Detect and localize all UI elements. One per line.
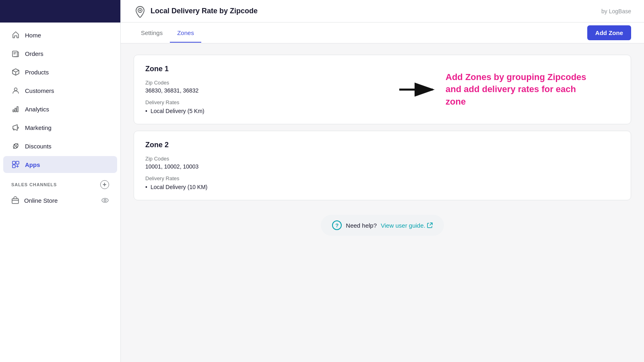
arrow-icon — [397, 81, 438, 97]
discounts-icon — [11, 142, 20, 150]
svg-rect-10 — [12, 165, 15, 168]
external-link-icon — [427, 222, 433, 228]
app-icon — [134, 5, 147, 18]
customers-icon — [11, 86, 20, 95]
app-title: Local Delivery Rate by Zipcode — [151, 7, 258, 15]
svg-point-2 — [14, 88, 17, 91]
online-store-icon — [11, 196, 19, 204]
svg-rect-4 — [15, 108, 16, 112]
tab-settings[interactable]: Settings — [134, 24, 170, 43]
sidebar: Home Orders Products Customers — [0, 0, 121, 362]
sidebar-item-marketing-label: Marketing — [25, 124, 52, 131]
sidebar-item-home[interactable]: Home — [3, 27, 117, 43]
svg-rect-9 — [16, 161, 19, 164]
main-area: Local Delivery Rate by Zipcode by LogBas… — [121, 0, 644, 362]
online-store-label: Online Store — [24, 197, 58, 204]
orders-icon — [11, 49, 20, 58]
sidebar-item-products-label: Products — [25, 69, 49, 76]
svg-rect-11 — [12, 199, 19, 204]
sidebar-item-apps-label: Apps — [25, 161, 40, 168]
sidebar-item-orders[interactable]: Orders — [3, 45, 117, 62]
add-sales-channel-button[interactable]: + — [100, 180, 109, 189]
zone-2-card: Zone 2 Zip Codes 10001, 10002, 10003 Del… — [134, 131, 631, 200]
apps-icon — [11, 160, 20, 169]
zone-2-rate-1: Local Delivery (10 KM) — [145, 184, 619, 190]
svg-point-12 — [102, 198, 108, 202]
sidebar-item-marketing[interactable]: Marketing — [3, 119, 117, 136]
svg-rect-8 — [12, 161, 15, 164]
marketing-icon — [11, 123, 20, 132]
add-zone-button[interactable]: Add Zone — [587, 25, 631, 40]
zone1-callout: Add Zones by grouping Zipcodes and add d… — [397, 71, 599, 108]
sidebar-item-orders-label: Orders — [25, 50, 43, 57]
sidebar-item-apps[interactable]: Apps — [3, 156, 117, 173]
eye-icon[interactable] — [101, 196, 109, 204]
zone-2-zip-label: Zip Codes — [145, 156, 619, 162]
sidebar-item-discounts-label: Discounts — [25, 143, 52, 150]
callout-text: Add Zones by grouping Zipcodes and add d… — [446, 71, 599, 108]
zone-2-rates-label: Delivery Rates — [145, 175, 619, 181]
sidebar-item-customers[interactable]: Customers — [3, 82, 117, 99]
by-logbase: by LogBase — [601, 8, 631, 14]
home-icon — [11, 31, 20, 39]
sidebar-item-analytics-label: Analytics — [25, 106, 49, 113]
svg-rect-5 — [17, 107, 18, 112]
products-icon — [11, 68, 20, 76]
zone-2-title: Zone 2 — [145, 141, 619, 149]
tab-zones[interactable]: Zones — [170, 24, 201, 43]
help-bar: ? Need help? View user guide. — [134, 207, 631, 244]
view-user-guide-link[interactable]: View user guide. — [381, 222, 433, 229]
zone-1-rate-1: Local Delivery (5 Km) — [145, 108, 619, 114]
tabs: Settings Zones — [134, 24, 201, 42]
help-pill: ? Need help? View user guide. — [321, 215, 444, 236]
sidebar-item-discounts[interactable]: Discounts — [3, 138, 117, 154]
app-title-area: Local Delivery Rate by Zipcode — [134, 5, 601, 18]
help-text: Need help? — [346, 222, 377, 229]
main-header: Local Delivery Rate by Zipcode by LogBas… — [121, 0, 644, 23]
zone-1-card: Zone 1 Zip Codes 36830, 36831, 36832 Del… — [134, 55, 631, 124]
zone-2-zip-value: 10001, 10002, 10003 — [145, 163, 619, 170]
svg-point-13 — [104, 200, 106, 202]
sidebar-item-products[interactable]: Products — [3, 64, 117, 80]
help-icon: ? — [332, 220, 342, 230]
tabs-bar: Settings Zones Add Zone — [121, 23, 644, 43]
sidebar-item-customers-label: Customers — [25, 87, 54, 94]
main-content: Zone 1 Zip Codes 36830, 36831, 36832 Del… — [121, 43, 644, 362]
sidebar-item-online-store[interactable]: Online Store — [3, 192, 117, 208]
sales-channels-label: SALES CHANNELS — [11, 182, 57, 187]
sidebar-item-analytics[interactable]: Analytics — [3, 101, 117, 117]
sales-channels-section: SALES CHANNELS + — [0, 174, 120, 191]
sidebar-item-home-label: Home — [25, 32, 41, 39]
svg-rect-3 — [13, 110, 14, 112]
analytics-icon — [11, 105, 20, 113]
help-link-label: View user guide. — [381, 222, 425, 229]
